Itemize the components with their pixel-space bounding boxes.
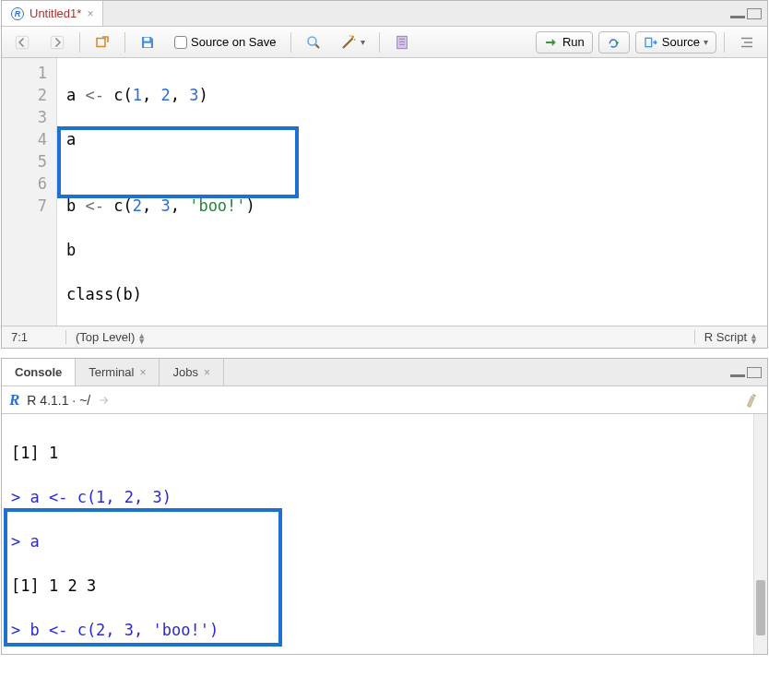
svg-rect-1 bbox=[51, 36, 64, 49]
save-icon bbox=[139, 34, 156, 51]
tab-filename: Untitled1* bbox=[30, 6, 81, 20]
dropdown-caret-icon: ▾ bbox=[704, 37, 708, 47]
r-version-label: R 4.1.1 · ~/ bbox=[27, 393, 90, 408]
editor-toolbar: Source on Save ▾ Run Source ▾ bbox=[2, 27, 767, 58]
code-text[interactable]: a <- c(1, 2, 3) a b <- c(2, 3, 'boo!') b… bbox=[57, 58, 767, 326]
r-file-icon: R bbox=[11, 7, 24, 20]
line-number: 7 bbox=[2, 195, 47, 217]
console-line: > a bbox=[11, 530, 767, 552]
notebook-icon bbox=[394, 34, 410, 51]
forward-button[interactable] bbox=[42, 30, 72, 54]
vertical-scrollbar[interactable] bbox=[753, 414, 767, 654]
code-line: a bbox=[66, 128, 767, 150]
wand-icon bbox=[340, 34, 357, 51]
scrollbar-thumb[interactable] bbox=[756, 580, 765, 635]
source-on-save-toggle[interactable]: Source on Save bbox=[168, 31, 283, 53]
line-gutter: 1 2 3 4 5 6 7 bbox=[2, 58, 57, 326]
popout-wd-icon[interactable] bbox=[98, 394, 111, 407]
svg-rect-6 bbox=[396, 36, 407, 49]
pane-window-controls bbox=[730, 1, 767, 26]
code-line: b <- c(2, 3, 'boo!') bbox=[66, 195, 767, 217]
console-line: [1] 1 2 3 bbox=[11, 575, 767, 597]
line-number: 4 bbox=[2, 128, 47, 150]
console-line: > a <- c(1, 2, 3) bbox=[11, 486, 767, 508]
editor-tab[interactable]: R Untitled1* × bbox=[2, 1, 103, 26]
line-number: 6 bbox=[2, 172, 47, 195]
svg-rect-4 bbox=[144, 42, 151, 47]
run-label: Run bbox=[562, 35, 585, 49]
svg-rect-0 bbox=[16, 36, 29, 49]
rerun-icon bbox=[607, 35, 621, 50]
checkbox-icon bbox=[174, 36, 187, 49]
find-button[interactable] bbox=[299, 30, 328, 54]
minimize-icon[interactable] bbox=[730, 9, 745, 18]
code-line: a <- c(1, 2, 3) bbox=[66, 84, 767, 106]
save-button[interactable] bbox=[133, 30, 162, 54]
code-line: b bbox=[66, 239, 767, 261]
source-on-save-label: Source on Save bbox=[191, 35, 277, 49]
line-number: 3 bbox=[2, 106, 47, 128]
svg-rect-3 bbox=[144, 37, 149, 41]
console-pane: Console Terminal× Jobs× R R 4.1.1 · ~/ [… bbox=[1, 358, 768, 655]
svg-rect-2 bbox=[97, 38, 105, 46]
line-number: 1 bbox=[2, 62, 47, 84]
source-button[interactable]: Source ▾ bbox=[635, 31, 716, 53]
outline-button[interactable] bbox=[732, 30, 762, 54]
tab-console[interactable]: Console bbox=[2, 359, 76, 386]
code-tools-button[interactable]: ▾ bbox=[334, 30, 372, 54]
outline-icon bbox=[739, 34, 755, 51]
r-logo-icon: R bbox=[9, 391, 19, 409]
search-icon bbox=[305, 34, 322, 51]
line-number: 5 bbox=[2, 150, 47, 172]
code-editor[interactable]: 1 2 3 4 5 6 7 a <- c(1, 2, 3) a b <- c(2… bbox=[2, 58, 767, 326]
svg-rect-7 bbox=[645, 38, 652, 46]
compile-report-button[interactable] bbox=[387, 30, 417, 54]
console-output[interactable]: [1] 1 > a <- c(1, 2, 3) > a [1] 1 2 3 > … bbox=[2, 414, 767, 654]
close-tab-icon[interactable]: × bbox=[87, 7, 93, 20]
dropdown-caret-icon: ▾ bbox=[361, 37, 365, 47]
editor-pane: R Untitled1* × Source on Save ▾ Run Sour… bbox=[1, 0, 768, 349]
code-line: class(b) bbox=[66, 283, 767, 305]
maximize-icon[interactable] bbox=[747, 8, 762, 19]
clear-console-icon[interactable] bbox=[743, 392, 760, 409]
arrow-right-icon bbox=[49, 34, 65, 51]
show-in-new-window-button[interactable] bbox=[88, 30, 117, 54]
popout-icon bbox=[94, 34, 111, 51]
editor-tabbar: R Untitled1* × bbox=[2, 1, 767, 27]
rerun-button[interactable] bbox=[598, 31, 630, 53]
back-button[interactable] bbox=[7, 30, 37, 54]
run-button[interactable]: Run bbox=[536, 31, 593, 53]
source-icon bbox=[644, 35, 658, 50]
arrow-left-icon bbox=[14, 34, 30, 51]
console-line: [1] 1 bbox=[11, 442, 767, 464]
line-number: 2 bbox=[2, 84, 47, 106]
console-line: > b <- c(2, 3, 'boo!') bbox=[11, 619, 767, 641]
svg-point-5 bbox=[308, 37, 316, 45]
run-icon bbox=[544, 35, 559, 50]
cursor-position: 7:1 bbox=[2, 330, 66, 344]
source-label: Source bbox=[662, 35, 700, 49]
